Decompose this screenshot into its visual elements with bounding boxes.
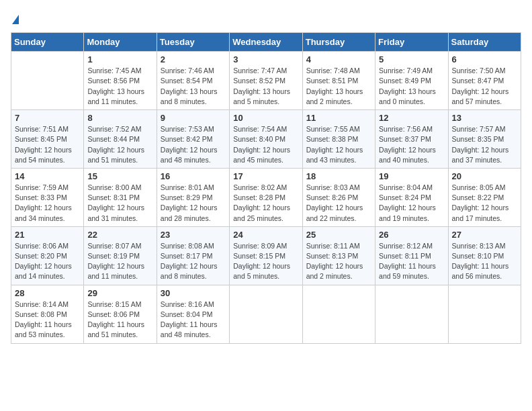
day-info: Sunrise: 8:09 AMSunset: 8:15 PMDaylight:… — [233, 241, 298, 282]
calendar-cell: 5Sunrise: 7:49 AMSunset: 8:49 PMDaylight… — [375, 52, 448, 110]
logo — [11, 11, 19, 27]
day-number: 25 — [306, 230, 371, 240]
calendar-cell: 21Sunrise: 8:06 AMSunset: 8:20 PMDayligh… — [11, 226, 84, 285]
day-number: 24 — [233, 230, 298, 240]
day-number: 23 — [161, 230, 226, 240]
calendar-table: SundayMondayTuesdayWednesdayThursdayFrid… — [11, 32, 521, 343]
day-number: 3 — [233, 54, 298, 64]
weekday-header-monday: Monday — [84, 33, 157, 52]
day-info: Sunrise: 8:04 AMSunset: 8:24 PMDaylight:… — [379, 183, 444, 224]
day-number: 13 — [452, 113, 517, 123]
day-number: 11 — [306, 113, 371, 123]
calendar-cell: 14Sunrise: 7:59 AMSunset: 8:33 PMDayligh… — [11, 168, 84, 226]
day-info: Sunrise: 8:13 AMSunset: 8:10 PMDaylight:… — [452, 241, 517, 282]
calendar-cell: 30Sunrise: 8:16 AMSunset: 8:04 PMDayligh… — [157, 285, 229, 343]
day-info: Sunrise: 7:51 AMSunset: 8:45 PMDaylight:… — [15, 124, 80, 165]
day-number: 21 — [15, 230, 80, 240]
day-info: Sunrise: 7:53 AMSunset: 8:42 PMDaylight:… — [161, 124, 226, 165]
day-info: Sunrise: 8:12 AMSunset: 8:11 PMDaylight:… — [379, 241, 444, 282]
day-info: Sunrise: 8:15 AMSunset: 8:06 PMDaylight:… — [87, 300, 152, 340]
day-info: Sunrise: 8:06 AMSunset: 8:20 PMDaylight:… — [15, 241, 80, 282]
day-number: 22 — [87, 230, 152, 240]
day-number: 18 — [306, 171, 371, 181]
day-info: Sunrise: 8:00 AMSunset: 8:31 PMDaylight:… — [87, 183, 152, 224]
day-info: Sunrise: 7:52 AMSunset: 8:44 PMDaylight:… — [87, 124, 152, 165]
calendar-cell: 1Sunrise: 7:45 AMSunset: 8:56 PMDaylight… — [84, 52, 157, 110]
calendar-cell: 27Sunrise: 8:13 AMSunset: 8:10 PMDayligh… — [448, 226, 521, 285]
day-number: 2 — [161, 54, 226, 64]
day-number: 7 — [15, 113, 80, 123]
calendar-cell — [302, 285, 375, 343]
weekday-header-thursday: Thursday — [302, 33, 375, 52]
day-info: Sunrise: 7:56 AMSunset: 8:37 PMDaylight:… — [379, 124, 444, 165]
calendar-cell: 4Sunrise: 7:48 AMSunset: 8:51 PMDaylight… — [302, 52, 375, 110]
calendar-cell: 20Sunrise: 8:05 AMSunset: 8:22 PMDayligh… — [448, 168, 521, 226]
week-row-1: 1Sunrise: 7:45 AMSunset: 8:56 PMDaylight… — [11, 52, 521, 110]
day-number: 19 — [379, 171, 444, 181]
day-number: 5 — [379, 54, 444, 64]
day-info: Sunrise: 8:01 AMSunset: 8:29 PMDaylight:… — [161, 183, 226, 224]
day-number: 16 — [161, 171, 226, 181]
day-info: Sunrise: 7:50 AMSunset: 8:47 PMDaylight:… — [452, 66, 517, 107]
day-info: Sunrise: 8:16 AMSunset: 8:04 PMDaylight:… — [161, 300, 226, 340]
day-number: 30 — [161, 288, 226, 298]
calendar-cell: 29Sunrise: 8:15 AMSunset: 8:06 PMDayligh… — [84, 285, 157, 343]
day-number: 10 — [233, 113, 298, 123]
day-number: 8 — [87, 113, 152, 123]
day-number: 12 — [379, 113, 444, 123]
day-number: 15 — [87, 171, 152, 181]
calendar-cell: 23Sunrise: 8:08 AMSunset: 8:17 PMDayligh… — [157, 226, 229, 285]
day-info: Sunrise: 7:59 AMSunset: 8:33 PMDaylight:… — [15, 183, 80, 224]
calendar-cell: 26Sunrise: 8:12 AMSunset: 8:11 PMDayligh… — [375, 226, 448, 285]
day-number: 6 — [452, 54, 517, 64]
day-info: Sunrise: 8:07 AMSunset: 8:19 PMDaylight:… — [87, 241, 152, 282]
weekday-header-sunday: Sunday — [11, 33, 84, 52]
calendar-cell: 10Sunrise: 7:54 AMSunset: 8:40 PMDayligh… — [230, 110, 302, 169]
calendar-cell: 12Sunrise: 7:56 AMSunset: 8:37 PMDayligh… — [375, 110, 448, 169]
day-number: 1 — [87, 54, 152, 64]
calendar-cell — [448, 285, 521, 343]
calendar-cell: 19Sunrise: 8:04 AMSunset: 8:24 PMDayligh… — [375, 168, 448, 226]
day-number: 14 — [15, 171, 80, 181]
day-info: Sunrise: 8:02 AMSunset: 8:28 PMDaylight:… — [233, 183, 298, 224]
day-info: Sunrise: 7:55 AMSunset: 8:38 PMDaylight:… — [306, 124, 371, 165]
calendar-cell: 17Sunrise: 8:02 AMSunset: 8:28 PMDayligh… — [230, 168, 302, 226]
day-info: Sunrise: 7:48 AMSunset: 8:51 PMDaylight:… — [306, 66, 371, 107]
week-row-3: 14Sunrise: 7:59 AMSunset: 8:33 PMDayligh… — [11, 168, 521, 226]
calendar-cell: 7Sunrise: 7:51 AMSunset: 8:45 PMDaylight… — [11, 110, 84, 169]
day-info: Sunrise: 7:49 AMSunset: 8:49 PMDaylight:… — [379, 66, 444, 107]
day-info: Sunrise: 7:45 AMSunset: 8:56 PMDaylight:… — [87, 66, 152, 107]
day-info: Sunrise: 8:08 AMSunset: 8:17 PMDaylight:… — [161, 241, 226, 282]
day-info: Sunrise: 7:57 AMSunset: 8:35 PMDaylight:… — [452, 124, 517, 165]
calendar-cell: 6Sunrise: 7:50 AMSunset: 8:47 PMDaylight… — [448, 52, 521, 110]
calendar-cell: 25Sunrise: 8:11 AMSunset: 8:13 PMDayligh… — [302, 226, 375, 285]
weekday-header-row: SundayMondayTuesdayWednesdayThursdayFrid… — [11, 33, 521, 52]
logo-icon — [12, 15, 19, 24]
week-row-2: 7Sunrise: 7:51 AMSunset: 8:45 PMDaylight… — [11, 110, 521, 169]
calendar-cell: 22Sunrise: 8:07 AMSunset: 8:19 PMDayligh… — [84, 226, 157, 285]
calendar-cell: 8Sunrise: 7:52 AMSunset: 8:44 PMDaylight… — [84, 110, 157, 169]
day-number: 20 — [452, 171, 517, 181]
weekday-header-wednesday: Wednesday — [230, 33, 302, 52]
day-info: Sunrise: 7:54 AMSunset: 8:40 PMDaylight:… — [233, 124, 298, 165]
week-row-5: 28Sunrise: 8:14 AMSunset: 8:08 PMDayligh… — [11, 285, 521, 343]
calendar-cell: 11Sunrise: 7:55 AMSunset: 8:38 PMDayligh… — [302, 110, 375, 169]
day-info: Sunrise: 8:11 AMSunset: 8:13 PMDaylight:… — [306, 241, 371, 282]
calendar-cell — [11, 52, 84, 110]
day-number: 9 — [161, 113, 226, 123]
weekday-header-friday: Friday — [375, 33, 448, 52]
weekday-header-saturday: Saturday — [448, 33, 521, 52]
calendar-cell: 24Sunrise: 8:09 AMSunset: 8:15 PMDayligh… — [230, 226, 302, 285]
day-info: Sunrise: 7:47 AMSunset: 8:52 PMDaylight:… — [233, 66, 298, 107]
calendar-cell: 2Sunrise: 7:46 AMSunset: 8:54 PMDaylight… — [157, 52, 229, 110]
week-row-4: 21Sunrise: 8:06 AMSunset: 8:20 PMDayligh… — [11, 226, 521, 285]
day-info: Sunrise: 8:14 AMSunset: 8:08 PMDaylight:… — [15, 300, 80, 340]
day-number: 17 — [233, 171, 298, 181]
calendar-cell: 18Sunrise: 8:03 AMSunset: 8:26 PMDayligh… — [302, 168, 375, 226]
calendar-cell — [230, 285, 302, 343]
calendar-cell — [375, 285, 448, 343]
calendar-cell: 9Sunrise: 7:53 AMSunset: 8:42 PMDaylight… — [157, 110, 229, 169]
day-number: 27 — [452, 230, 517, 240]
calendar-cell: 13Sunrise: 7:57 AMSunset: 8:35 PMDayligh… — [448, 110, 521, 169]
day-number: 26 — [379, 230, 444, 240]
